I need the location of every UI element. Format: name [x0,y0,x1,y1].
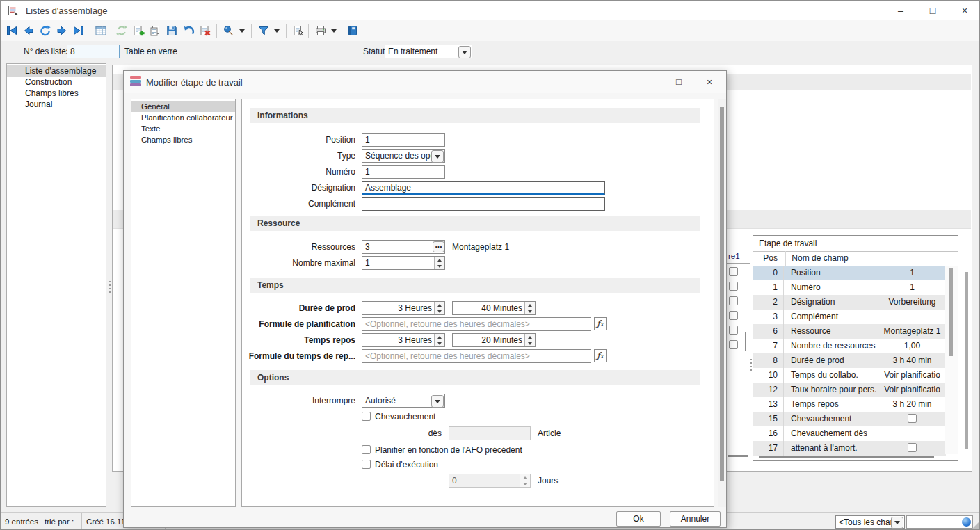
row-checkbox[interactable] [729,311,738,320]
refresh-record-button[interactable] [37,22,54,39]
row-checkbox[interactable] [729,296,738,305]
combo-dropdown-button[interactable] [891,517,903,529]
planifier-checkbox[interactable] [362,445,371,454]
nav-next-button[interactable] [54,22,70,39]
duree-minutes-spinner[interactable]: 40 Minutes [452,301,536,315]
table-row[interactable]: 2DésignationVorbereitung [753,295,946,310]
panel-vertical-scrollbar[interactable] [965,272,968,449]
sidebar-item[interactable]: Champs libres [7,88,106,99]
save-record-button[interactable] [163,22,180,39]
numero-input[interactable]: 1 [362,165,445,179]
new-record-button[interactable] [130,22,147,39]
table-horizontal-scrollbar[interactable] [759,456,934,458]
copy-record-button[interactable] [147,22,163,39]
pin-button[interactable] [220,22,237,39]
row-checkbox[interactable] [729,326,738,335]
minimize-button[interactable]: – [885,1,917,20]
cancel-button[interactable]: Annuler [670,511,721,527]
column-header-pos[interactable]: Pos [753,251,783,266]
fragment-hscroll-thumb[interactable] [728,455,748,457]
type-combo[interactable]: Séquence des opéra [362,149,445,163]
delai-checkbox[interactable] [362,460,371,469]
column-header-field[interactable]: Nom de champ [785,251,880,266]
pin-dropdown-button[interactable] [237,22,247,39]
resize-grip[interactable] [972,522,979,529]
splitter-handle[interactable] [109,279,111,295]
spin-buttons[interactable] [434,334,444,346]
dialog-vertical-scrollbar[interactable] [718,99,726,507]
row-checkbox[interactable] [729,282,738,291]
interrompre-combo[interactable]: Autorisé [362,394,445,408]
close-button[interactable]: × [949,1,980,20]
sidebar-item[interactable]: Construction [7,77,106,88]
combo-dropdown-button[interactable] [458,46,471,58]
undo-record-button[interactable] [180,22,197,39]
formula-fx-icon[interactable]: ƒx [594,349,607,362]
table-vertical-scrollbar[interactable] [945,266,958,454]
spin-buttons[interactable] [434,257,444,269]
table-row[interactable]: 8Durée de prod3 h 40 min [753,353,946,368]
combo-dropdown-button[interactable] [431,150,444,163]
address-book-button[interactable] [344,22,361,39]
nav-last-button[interactable] [70,22,87,39]
table-row[interactable]: 10Temps du collabo.Voir planificatio [753,368,946,383]
maximize-button[interactable]: □ [917,1,949,20]
scrollbar-thumb[interactable] [949,268,953,356]
spin-buttons[interactable] [434,302,444,314]
table-row[interactable]: 0Position1 [753,266,946,280]
sidebar-item[interactable]: Liste d'assemblage [7,65,106,77]
des-input[interactable] [449,426,531,440]
record-lookup-button[interactable] [290,22,307,39]
position-input[interactable]: 1 [362,133,445,147]
formule-plan-input[interactable]: <Optionnel, retourne des heures décimale… [362,317,591,331]
table-row[interactable]: 13Temps repos3 h 20 min [753,397,946,412]
dialog-nav-item[interactable]: Champs libres [131,134,235,145]
chevauchement-checkbox[interactable] [362,412,371,421]
table-row[interactable]: 17attenant à l'amort. [753,441,946,456]
formula-fx-icon[interactable]: ƒx [594,317,607,330]
mini-scrollbar-thumb[interactable] [745,332,746,351]
status-combo[interactable]: En traitement [385,45,472,58]
designation-input[interactable]: Assemblage [362,181,605,195]
repos-minutes-spinner[interactable]: 20 Minutes [452,333,536,347]
filter-button[interactable] [255,22,272,39]
complement-input[interactable] [362,197,605,211]
table-row[interactable]: 3Complément [753,310,946,324]
dialog-maximize-button[interactable]: □ [664,72,694,92]
repos-heures-spinner[interactable]: 3 Heures [362,333,445,347]
spin-buttons[interactable] [524,334,535,346]
row-checkbox[interactable] [729,340,738,349]
print-dropdown-button[interactable] [329,22,339,39]
value-checkbox[interactable] [908,414,917,423]
search-field-combo[interactable]: <Tous les champ [835,515,905,529]
table-row[interactable]: 1Numéro1 [753,280,946,295]
formule-repos-input[interactable]: <Optionnel, retourne des heures décimale… [362,349,591,363]
duree-heures-spinner[interactable]: 3 Heures [362,301,445,315]
spin-buttons[interactable] [520,474,530,487]
nombre-maximal-spinner[interactable]: 1 [362,256,445,270]
lists-number-input[interactable]: 8 [67,45,120,58]
refresh-button[interactable] [113,22,130,39]
search-globe-icon[interactable] [962,517,971,527]
print-button[interactable] [312,22,329,39]
sidebar-item[interactable]: Journal [7,99,106,110]
ok-button[interactable]: Ok [616,511,661,527]
filter-dropdown-button[interactable] [272,22,282,39]
nav-first-button[interactable] [3,22,20,39]
table-row[interactable]: 16Chevauchement dès [753,426,946,441]
table-row[interactable]: 15Chevauchement [753,412,946,426]
combo-dropdown-button[interactable] [431,395,444,408]
browse-button[interactable]: ... [433,241,444,252]
row-checkbox[interactable] [729,267,738,276]
spin-buttons[interactable] [524,302,535,314]
search-input[interactable] [906,515,973,529]
table-row[interactable]: 12Taux horaire pour pers.Voir planificat… [753,383,946,397]
nav-previous-button[interactable] [20,22,37,39]
table-row[interactable]: 6RessourceMontageplatz 1 [753,324,946,339]
value-checkbox[interactable] [908,443,917,452]
jours-spinner[interactable]: 0 [449,474,531,488]
dialog-close-button[interactable]: × [694,72,725,92]
scrollbar-thumb[interactable] [720,107,724,481]
table-view-button[interactable] [93,22,109,39]
dialog-nav-item[interactable]: Texte [131,123,235,134]
